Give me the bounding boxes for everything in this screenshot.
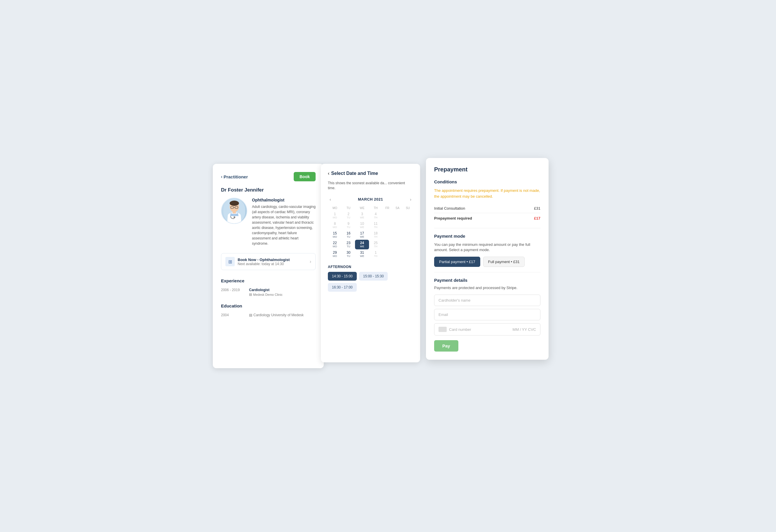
prepayment-panel: Prepayment Conditions The appointment re… [426, 158, 549, 360]
booking-title: Book Now - Ophthalmologist [238, 257, 289, 262]
day-29[interactable]: 29MO [328, 249, 342, 259]
experience-section: Experience 2006 - 2019 Cardiologist ▤ Me… [221, 278, 316, 296]
day-24-selected[interactable]: 24WE [355, 240, 369, 249]
calendar-grid: MO TU WE TH FR SA SU 1MO 2TU 3WE 4TH [328, 205, 413, 259]
day-empty [392, 230, 403, 240]
edu-building-icon: ▤ [249, 313, 252, 317]
timeslot-1500[interactable]: 15:00 - 15:30 [359, 272, 388, 281]
col-tu: TU [342, 205, 355, 211]
day-4: 4TH [369, 211, 382, 220]
calendar-week-5: 29MO 30TU 31WE 1TH [328, 249, 413, 259]
day-11: 11TH [369, 220, 382, 230]
experience-item: 2006 - 2019 Cardiologist ▤ Medesk Demo C… [221, 288, 316, 296]
booking-info: Book Now - Ophthalmologist Next availabl… [238, 257, 289, 266]
day-16[interactable]: 16TU [342, 230, 355, 240]
payment-details-title: Payment details [434, 278, 540, 283]
back-to-practitioner[interactable]: ‹ Practitioner [221, 174, 248, 179]
time-slots: 14:30 - 15:00 15:00 - 15:30 16:30 - 17:0… [328, 272, 413, 292]
svg-rect-7 [233, 211, 236, 213]
doctor-specialty: Ophthalmologist [252, 198, 316, 202]
day-empty [403, 249, 413, 259]
payment-options: Partial payment • £17 Full payment • £31 [434, 257, 540, 267]
booking-subtitle: Next available: today at 14:30 [238, 262, 289, 266]
cardholder-name-input[interactable] [434, 295, 540, 306]
book-button[interactable]: Book [294, 172, 316, 181]
day-empty [403, 230, 413, 240]
education-section: Education 2004 ▤ Cardiology University o… [221, 303, 316, 317]
calendar-month: MARCH 2021 [358, 197, 383, 201]
day-empty [382, 240, 392, 249]
doctor-info: Ophthalmologist Adult cardiology, cardio… [221, 198, 316, 246]
col-su: SU [403, 205, 413, 211]
booking-chevron-icon: › [310, 259, 311, 264]
conditions-warning: The appointment requires prepayment. If … [434, 188, 540, 199]
email-input[interactable] [434, 309, 540, 320]
day-2: 2TU [342, 211, 355, 220]
clinic-name: Medesk Demo Clinic [253, 293, 282, 296]
booking-row-left: ⊞ Book Now - Ophthalmologist Next availa… [225, 257, 289, 266]
card-brand-icon [438, 327, 447, 332]
day-31[interactable]: 31WE [355, 249, 369, 259]
card-field-left: Card number [438, 327, 471, 332]
calendar-next-button[interactable]: › [408, 196, 413, 202]
education-title: Education [221, 303, 316, 308]
day-22[interactable]: 22MO [328, 240, 342, 249]
divider-2 [434, 272, 540, 273]
day-17[interactable]: 17WE [355, 230, 369, 240]
day-1-apr: 1TH [369, 249, 382, 259]
day-9: 9TU [342, 220, 355, 230]
edu-details: ▤ Cardiology University of Medesk [249, 313, 304, 317]
datetime-title: Select Date and Time [331, 171, 378, 176]
day-empty [382, 220, 392, 230]
partial-payment-button[interactable]: Partial payment • £17 [434, 257, 480, 267]
calendar-prev-button[interactable]: ‹ [328, 196, 333, 202]
card-number-placeholder: Card number [449, 327, 471, 332]
pay-button[interactable]: Pay [434, 340, 458, 352]
afternoon-title: AFTERNOON [328, 265, 413, 269]
divider-1 [434, 228, 540, 228]
day-empty [392, 220, 403, 230]
day-1: 1MO [328, 211, 342, 220]
initial-consultation-label: Initial Consultation [434, 206, 465, 210]
exp-years: 2006 - 2019 [221, 288, 244, 296]
day-10: 10WE [355, 220, 369, 230]
day-30[interactable]: 30TU [342, 249, 355, 259]
calendar-header: ‹ MARCH 2021 › [328, 196, 413, 202]
doctor-avatar [221, 198, 247, 224]
doctor-bio: Adult cardiology, cardio-vascular imagin… [252, 204, 316, 246]
clinic-building-icon: ▤ [249, 293, 252, 296]
calendar-week-4: 22MO 23TU 24WE 25TH [328, 240, 413, 249]
day-25: 25TH [369, 240, 382, 249]
day-3: 3WE [355, 211, 369, 220]
datetime-back-chevron: ‹ [328, 171, 329, 176]
edu-institution: Cardiology University of Medesk [253, 313, 304, 317]
exp-details: Cardiologist ▤ Medesk Demo Clinic [249, 288, 282, 296]
datetime-subtitle: This shows the soonest available da... c… [328, 181, 413, 191]
day-empty [403, 211, 413, 220]
clinic-icon: ⊞ [225, 257, 235, 266]
timeslot-1430[interactable]: 14:30 - 15:00 [328, 272, 357, 281]
day-empty [382, 230, 392, 240]
day-15[interactable]: 15MO [328, 230, 342, 240]
calendar-week-3: 15MO 16TU 17WE 18TH [328, 230, 413, 240]
svg-point-6 [233, 216, 235, 218]
prepayment-required-row: Prepayment required £17 [434, 213, 540, 223]
col-sa: SA [392, 205, 403, 211]
day-8: 8MO [328, 220, 342, 230]
day-empty [403, 220, 413, 230]
back-chevron-icon: ‹ [221, 174, 222, 179]
day-empty [392, 249, 403, 259]
day-23[interactable]: 23TU [342, 240, 355, 249]
doctor-details: Ophthalmologist Adult cardiology, cardio… [252, 198, 316, 246]
full-payment-button[interactable]: Full payment • £31 [483, 257, 525, 267]
experience-title: Experience [221, 278, 316, 283]
payment-mode-desc: You can pay the minimum required amount … [434, 242, 540, 252]
exp-title: Cardiologist [249, 288, 282, 292]
card-number-field[interactable]: Card number MM / YY CVC [434, 323, 540, 336]
day-empty [392, 240, 403, 249]
exp-clinic: ▤ Medesk Demo Clinic [249, 293, 282, 296]
timeslot-1630[interactable]: 16:30 - 17:00 [328, 283, 357, 292]
initial-consultation-price: £31 [534, 206, 540, 210]
day-18: 18TH [369, 230, 382, 240]
booking-row[interactable]: ⊞ Book Now - Ophthalmologist Next availa… [221, 253, 316, 270]
